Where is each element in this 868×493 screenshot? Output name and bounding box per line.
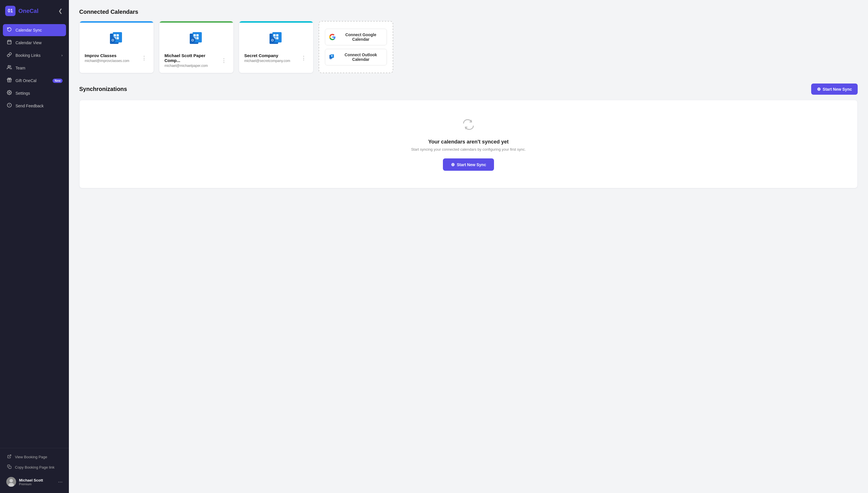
card-options-button[interactable]: ⋮ xyxy=(219,57,228,64)
svg-point-13 xyxy=(9,479,13,483)
svg-rect-43 xyxy=(331,56,332,57)
calendar-email: michael@michaelpaper.com xyxy=(165,64,219,68)
svg-point-6 xyxy=(8,92,10,93)
sync-section-header: Synchronizations ⊕ Start New Sync xyxy=(79,84,858,95)
outlook-icon-small: O xyxy=(329,54,336,60)
card-options-button[interactable]: ⋮ xyxy=(299,54,308,62)
sidebar-logo: 01 OneCal ❮ xyxy=(0,0,69,22)
calendar-name: Michael Scott Paper Comp... xyxy=(165,53,219,63)
start-sync-label-center: Start New Sync xyxy=(457,163,486,167)
card-body: O Michael Scott Paper Comp... michael@mi… xyxy=(159,23,233,73)
card-info: Michael Scott Paper Comp... michael@mich… xyxy=(165,53,219,68)
avatar xyxy=(6,477,16,487)
sync-empty-description: Start syncing your connected calendars b… xyxy=(411,147,526,151)
outlook-icon: O xyxy=(268,31,284,47)
connect-google-label: Connect Google Calendar xyxy=(339,33,383,42)
feedback-icon xyxy=(6,103,12,109)
calendar-sync-icon xyxy=(6,27,12,33)
svg-rect-44 xyxy=(332,56,332,57)
svg-rect-34 xyxy=(276,34,278,37)
svg-rect-41 xyxy=(331,55,332,56)
gift-icon xyxy=(6,78,12,84)
user-plan: Premium xyxy=(19,483,55,486)
svg-rect-33 xyxy=(273,34,276,37)
logo-box: 01 xyxy=(5,6,16,16)
sidebar-item-label: Settings xyxy=(16,91,30,95)
svg-rect-28 xyxy=(196,37,199,39)
user-options-button[interactable]: ⋯ xyxy=(58,479,63,485)
connect-calendar-card: Connect Google Calendar O Connect O xyxy=(319,21,393,73)
connect-google-button[interactable]: Connect Google Calendar xyxy=(325,29,387,45)
calendar-email: michael@secretcompany.com xyxy=(244,59,299,63)
view-booking-page-button[interactable]: View Booking Page xyxy=(3,452,66,462)
booking-links-icon xyxy=(6,52,12,59)
plus-icon-center: ⊕ xyxy=(451,162,455,167)
user-row: Michael Scott Premium ⋯ xyxy=(3,474,66,490)
calendar-icon-area: O xyxy=(85,29,148,49)
google-icon xyxy=(329,34,336,40)
sidebar-item-label: Calendar View xyxy=(16,40,42,45)
sync-empty-card: Your calendars aren't synced yet Start s… xyxy=(79,100,858,188)
calendar-name: Secret Company xyxy=(244,53,299,58)
external-link-icon xyxy=(6,454,12,459)
svg-rect-25 xyxy=(193,34,196,37)
calendar-card-secret: O Secret Company michael@secretcompany.c… xyxy=(239,21,314,73)
sidebar-item-booking-links[interactable]: Booking Links › xyxy=(3,49,66,61)
svg-text:O: O xyxy=(330,58,331,59)
calendar-email: michael@improvclasses.com xyxy=(85,59,140,63)
main-content: Connected Calendars O xyxy=(69,0,868,493)
calendar-card-improv: O Improv Classes michael@improvclasses.c… xyxy=(79,21,154,73)
logo-text: OneCal xyxy=(18,8,39,14)
settings-icon xyxy=(6,90,12,97)
sidebar-item-calendar-view[interactable]: Calendar View xyxy=(3,37,66,49)
outlook-icon: O xyxy=(189,31,204,47)
user-info: Michael Scott Premium xyxy=(19,478,55,486)
connected-calendars-title: Connected Calendars xyxy=(79,8,858,15)
sidebar-item-label: Calendar Sync xyxy=(16,28,42,33)
calendar-name: Improv Classes xyxy=(85,53,140,58)
logo-cal: Cal xyxy=(29,8,39,14)
sidebar-collapse-button[interactable]: ❮ xyxy=(57,6,64,15)
card-body: O Improv Classes michael@improvclasses.c… xyxy=(80,23,153,68)
sidebar-item-label: Booking Links xyxy=(16,53,41,58)
copy-booking-link-button[interactable]: Copy Booking Page link xyxy=(3,462,66,472)
sidebar-item-label: Gift OneCal xyxy=(16,78,37,83)
chevron-right-icon: › xyxy=(61,53,63,57)
sidebar-item-team[interactable]: Team xyxy=(3,62,66,74)
svg-text:O: O xyxy=(191,39,194,42)
start-new-sync-button-top[interactable]: ⊕ Start New Sync xyxy=(811,84,858,95)
svg-rect-20 xyxy=(117,37,119,39)
sidebar-item-calendar-sync[interactable]: Calendar Sync xyxy=(3,24,66,36)
svg-rect-42 xyxy=(332,55,332,56)
sync-empty-title: Your calendars aren't synced yet xyxy=(428,139,509,145)
connect-outlook-button[interactable]: O Connect Outlook Calendar xyxy=(325,49,387,65)
card-info: Secret Company michael@secretcompany.com xyxy=(244,53,299,63)
card-footer: Improv Classes michael@improvclasses.com… xyxy=(85,53,148,63)
plus-icon: ⊕ xyxy=(817,86,821,92)
svg-text:O: O xyxy=(112,39,114,42)
start-new-sync-button-center[interactable]: ⊕ Start New Sync xyxy=(443,158,494,171)
sidebar-nav: Calendar Sync Calendar View Booking Link… xyxy=(0,22,69,448)
svg-rect-36 xyxy=(276,37,278,39)
card-body: O Secret Company michael@secretcompany.c… xyxy=(239,23,313,68)
view-booking-page-label: View Booking Page xyxy=(15,455,47,459)
svg-rect-0 xyxy=(7,40,11,44)
calendar-icon-area: O xyxy=(165,29,228,49)
sidebar-item-label: Send Feedback xyxy=(16,104,44,108)
sidebar: 01 OneCal ❮ Calendar Sync Calendar View … xyxy=(0,0,69,493)
sidebar-item-send-feedback[interactable]: Send Feedback xyxy=(3,100,66,112)
svg-rect-26 xyxy=(196,34,199,37)
calendar-icon-area: O xyxy=(244,29,308,49)
svg-line-10 xyxy=(9,455,11,457)
card-options-button[interactable]: ⋮ xyxy=(140,54,148,62)
svg-rect-17 xyxy=(114,34,116,37)
team-icon xyxy=(6,65,12,71)
sidebar-item-gift-onecal[interactable]: Gift OneCal New xyxy=(3,74,66,87)
sidebar-bottom: View Booking Page Copy Booking Page link… xyxy=(0,448,69,493)
user-name: Michael Scott xyxy=(19,478,55,483)
sidebar-item-settings[interactable]: Settings xyxy=(3,87,66,99)
calendar-card-paper: O Michael Scott Paper Comp... michael@mi… xyxy=(159,21,234,73)
sync-arrows-icon xyxy=(461,117,475,134)
logo-one: One xyxy=(18,8,29,14)
outlook-icon: O xyxy=(109,31,124,47)
